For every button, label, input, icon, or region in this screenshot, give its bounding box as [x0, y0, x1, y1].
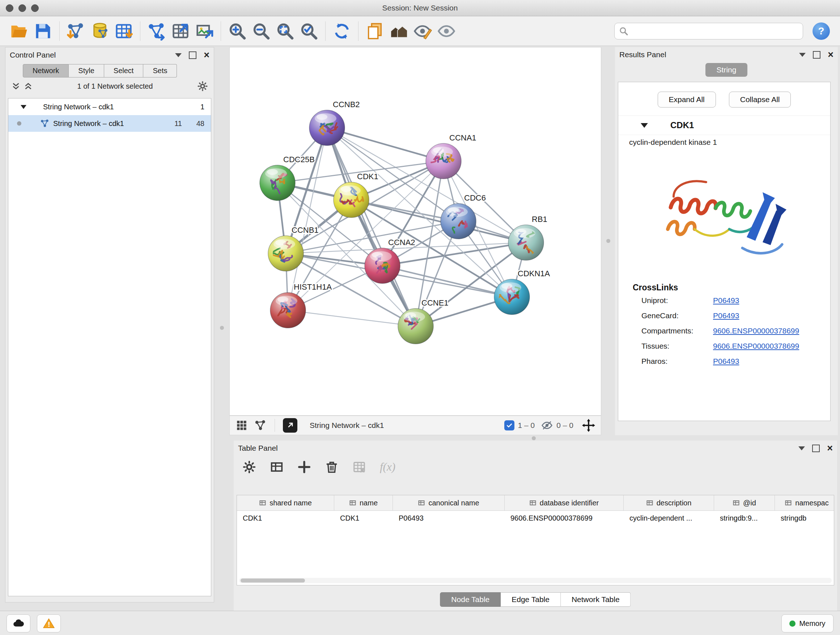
tab-node-table[interactable]: Node Table — [440, 592, 501, 607]
network-node[interactable] — [426, 143, 461, 179]
pan-move-icon[interactable] — [582, 419, 595, 432]
crosslink-link[interactable]: 9606.ENSP00000378699 — [713, 326, 799, 335]
show-hide-button[interactable] — [434, 19, 458, 43]
network-row-selected[interactable]: String Network – cdk1 11 48 — [8, 115, 211, 132]
network-collection-row[interactable]: String Network – cdk1 1 — [8, 98, 211, 115]
table-cell[interactable]: P06493 — [393, 511, 505, 525]
tab-select[interactable]: Select — [104, 64, 144, 78]
gene-section-header[interactable]: CDK1 — [618, 116, 830, 135]
collapse-all-icon[interactable] — [11, 81, 21, 91]
table-cell[interactable]: CDK1 — [237, 511, 334, 525]
right-splitter-handle[interactable] — [606, 239, 610, 243]
collapse-all-button[interactable]: Collapse All — [729, 92, 791, 108]
table-settings-gear-icon[interactable] — [242, 460, 256, 474]
network-node[interactable] — [508, 225, 544, 260]
tab-edge-table[interactable]: Edge Table — [501, 592, 561, 607]
table-cell[interactable]: CDK1 — [334, 511, 393, 525]
tab-network[interactable]: Network — [23, 64, 69, 78]
import-table-button[interactable] — [112, 19, 136, 43]
network-options-gear-icon[interactable] — [197, 81, 208, 92]
float-panel-icon[interactable] — [799, 53, 806, 57]
import-network-file-button[interactable] — [64, 19, 88, 43]
network-overview-button[interactable] — [387, 19, 411, 43]
string-network-graph[interactable]: CCNB2CCNA1CDC25BCDK1CDC6RB1CCNB1CCNA2CDK… — [230, 48, 602, 416]
network-edge[interactable] — [288, 310, 416, 326]
eye-slash-icon[interactable] — [541, 420, 553, 431]
grid-view-icon[interactable] — [235, 419, 248, 432]
crosslink-link[interactable]: P06493 — [713, 296, 739, 305]
string-tab-badge[interactable]: String — [706, 63, 747, 77]
network-node[interactable] — [333, 182, 369, 218]
add-column-icon[interactable] — [297, 460, 311, 474]
duplicate-document-button[interactable] — [363, 19, 387, 43]
column-header[interactable]: @id — [714, 495, 775, 510]
maximize-panel-icon[interactable] — [813, 51, 821, 59]
delete-column-icon[interactable] — [325, 460, 339, 474]
network-view-canvas[interactable]: CCNB2CCNA1CDC25BCDK1CDC6RB1CCNB1CCNA2CDK… — [229, 47, 601, 416]
selected-checkbox-icon[interactable] — [504, 420, 515, 431]
left-splitter-handle[interactable] — [220, 326, 224, 330]
network-node[interactable] — [270, 293, 306, 328]
network-edge[interactable] — [327, 128, 416, 326]
detach-view-button[interactable] — [283, 418, 297, 432]
warnings-button[interactable] — [37, 614, 61, 632]
import-network-database-button[interactable] — [88, 19, 112, 43]
maximize-panel-icon[interactable] — [812, 445, 820, 452]
column-header[interactable]: namespac — [775, 495, 834, 510]
tab-style[interactable]: Style — [69, 64, 104, 78]
minimize-window-button[interactable] — [19, 4, 26, 12]
crosslink-link[interactable]: P06493 — [713, 357, 739, 366]
show-columns-icon[interactable] — [270, 460, 284, 474]
network-node[interactable] — [441, 203, 476, 239]
maximize-panel-icon[interactable] — [189, 51, 196, 59]
network-node[interactable] — [309, 110, 345, 146]
zoom-selected-button[interactable] — [297, 19, 321, 43]
column-header[interactable]: database identifier — [505, 495, 624, 510]
expand-all-icon[interactable] — [24, 81, 33, 91]
network-edge[interactable] — [327, 128, 444, 161]
network-node[interactable] — [365, 248, 400, 283]
column-header[interactable]: canonical name — [393, 495, 505, 510]
help-button[interactable]: ? — [813, 22, 830, 40]
toggle-annotations-button[interactable] — [411, 19, 434, 43]
close-panel-icon[interactable]: × — [827, 443, 833, 453]
network-node[interactable] — [260, 165, 295, 201]
column-header[interactable]: shared name — [237, 495, 334, 510]
horizontal-scrollbar[interactable] — [239, 578, 832, 583]
search-input[interactable] — [631, 27, 798, 35]
bottom-splitter-handle[interactable] — [532, 436, 536, 440]
float-panel-icon[interactable] — [175, 53, 182, 57]
close-panel-icon[interactable]: × — [828, 50, 834, 60]
export-table-button[interactable] — [169, 19, 193, 43]
save-session-button[interactable] — [31, 19, 55, 43]
refresh-button[interactable] — [330, 19, 354, 43]
network-node[interactable] — [398, 309, 433, 344]
table-cell[interactable]: stringdb:9... — [714, 511, 775, 525]
table-cell[interactable]: cyclin-dependent ... — [624, 511, 714, 525]
zoom-fit-button[interactable] — [273, 19, 297, 43]
cloud-status-button[interactable] — [6, 614, 30, 632]
float-panel-icon[interactable] — [798, 447, 805, 450]
export-image-button[interactable] — [193, 19, 216, 43]
crosslink-link[interactable]: P06493 — [713, 311, 739, 320]
tab-sets[interactable]: Sets — [143, 64, 177, 78]
open-session-button[interactable] — [7, 19, 31, 43]
network-view-icon[interactable] — [254, 419, 267, 432]
column-header[interactable]: name — [334, 495, 393, 510]
network-edge[interactable] — [382, 266, 512, 297]
memory-button[interactable]: Memory — [782, 614, 834, 632]
expander-triangle-icon[interactable] — [21, 105, 27, 109]
zoom-out-button[interactable] — [249, 19, 273, 43]
network-node[interactable] — [494, 279, 530, 315]
zoom-in-button[interactable] — [225, 19, 249, 43]
network-node[interactable] — [268, 236, 303, 271]
gene-expander-triangle-icon[interactable] — [641, 123, 648, 128]
column-header[interactable]: description — [624, 495, 714, 510]
table-cell[interactable]: 9606.ENSP00000378699 — [505, 511, 624, 525]
zoom-window-button[interactable] — [31, 4, 39, 12]
expand-all-button[interactable]: Expand All — [658, 92, 716, 108]
tab-network-table[interactable]: Network Table — [561, 592, 631, 607]
table-cell[interactable]: stringdb — [775, 511, 834, 525]
close-panel-icon[interactable]: × — [204, 50, 210, 60]
table-row[interactable]: CDK1CDK1P064939606.ENSP00000378699cyclin… — [237, 511, 834, 525]
